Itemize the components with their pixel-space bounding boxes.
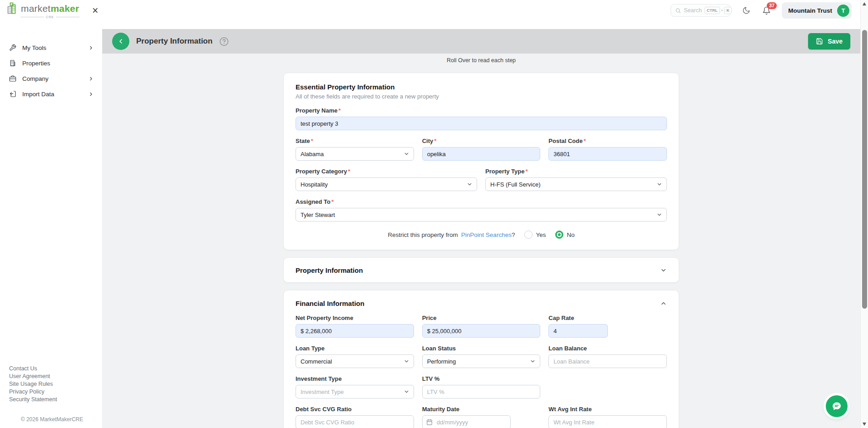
financial-information-accordion[interactable]: Financial Information bbox=[296, 300, 667, 307]
required-asterisk: * bbox=[311, 138, 313, 144]
state-select[interactable]: Alabama bbox=[296, 147, 414, 161]
property-type-group: Property Type* H-FS (Full Service) bbox=[485, 168, 667, 191]
loan-status-label: Loan Status bbox=[422, 345, 541, 352]
user-menu[interactable]: Mountain Trust T bbox=[782, 2, 852, 19]
save-button[interactable]: Save bbox=[808, 33, 850, 49]
net-property-income-label: Net Property Income bbox=[296, 315, 414, 321]
city-field[interactable] bbox=[422, 147, 541, 161]
state-group: State* Alabama bbox=[296, 138, 414, 161]
sidebar-close-icon[interactable]: × bbox=[92, 5, 98, 16]
chevron-down-icon bbox=[404, 359, 409, 364]
main-content: Property Information Save Roll Over to r… bbox=[102, 21, 860, 428]
debt-svc-cvg-ratio-field[interactable] bbox=[296, 415, 414, 428]
required-asterisk: * bbox=[338, 107, 340, 114]
restrict-no-option[interactable]: No bbox=[555, 231, 574, 239]
dark-mode-toggle[interactable] bbox=[742, 6, 750, 15]
scrollbar-up-arrow[interactable] bbox=[863, 2, 866, 5]
radio-unchecked-icon[interactable] bbox=[524, 231, 533, 239]
accordion-heading: Property Information bbox=[296, 266, 363, 274]
property-category-group: Property Category* Hospitality bbox=[296, 168, 477, 191]
price-field[interactable] bbox=[422, 324, 541, 338]
chat-bubble-icon bbox=[831, 401, 842, 412]
chat-widget-button[interactable] bbox=[826, 395, 848, 417]
import-icon bbox=[9, 90, 16, 98]
required-asterisk: * bbox=[348, 168, 350, 175]
assigned-to-label: Assigned To* bbox=[296, 198, 667, 205]
footer-link-site-usage-rules[interactable]: Site Usage Rules bbox=[9, 380, 102, 388]
required-asterisk: * bbox=[525, 168, 528, 175]
property-information-accordion[interactable]: Property Information bbox=[283, 257, 679, 283]
chevron-down-icon bbox=[656, 182, 662, 187]
loan-balance-field[interactable] bbox=[548, 354, 667, 368]
back-button[interactable] bbox=[112, 33, 129, 50]
restrict-suffix: ? bbox=[512, 231, 515, 238]
net-property-income-field[interactable] bbox=[296, 324, 414, 338]
essential-property-card: Essential Property Information All of th… bbox=[283, 73, 679, 250]
brand-logo[interactable]: marketmaker CRE bbox=[7, 2, 79, 19]
building-icon bbox=[9, 59, 16, 67]
maturity-date-group: Maturity Date bbox=[422, 406, 541, 428]
scrollbar-thumb[interactable] bbox=[862, 30, 867, 309]
ltv-field[interactable] bbox=[422, 385, 541, 398]
investment-type-group: Investment Type Investment Type bbox=[296, 375, 414, 398]
sidebar-item-import-data[interactable]: Import Data bbox=[0, 86, 102, 102]
buildings-logo-icon bbox=[7, 2, 19, 15]
assigned-to-select[interactable]: Tyler Stewart bbox=[296, 208, 667, 221]
price-group: Price bbox=[422, 315, 541, 338]
ltv-label: LTV % bbox=[422, 375, 541, 382]
search-shortcut: CTRL + K bbox=[705, 7, 732, 14]
property-name-field[interactable] bbox=[296, 117, 667, 130]
sidebar-item-company[interactable]: Company bbox=[0, 71, 102, 86]
postal-code-field[interactable] bbox=[548, 147, 667, 161]
net-property-income-group: Net Property Income bbox=[296, 315, 414, 338]
help-icon bbox=[219, 37, 229, 46]
rollover-hint: Roll Over to read each step bbox=[102, 57, 860, 64]
footer-link-contact-us[interactable]: Contact Us bbox=[9, 365, 102, 373]
search-input[interactable]: Search CTRL + K bbox=[671, 4, 730, 17]
brand-name: marketmaker bbox=[21, 3, 79, 14]
restrict-yes-option[interactable]: Yes bbox=[524, 231, 546, 239]
app-header: marketmaker CRE × Search CTRL + K bbox=[0, 0, 868, 29]
help-button[interactable] bbox=[219, 37, 229, 46]
vertical-scrollbar[interactable] bbox=[860, 0, 868, 428]
property-type-label: Property Type* bbox=[485, 168, 667, 175]
pinpoint-searches-link[interactable]: PinPoint Searches bbox=[461, 231, 512, 238]
cap-rate-field[interactable] bbox=[548, 324, 607, 338]
sidebar-item-label: Properties bbox=[22, 60, 50, 67]
loan-type-label: Loan Type bbox=[296, 345, 414, 352]
restrict-text: Restrict this property from bbox=[388, 231, 458, 238]
cap-rate-group: Cap Rate bbox=[548, 315, 667, 338]
footer-link-security-statement[interactable]: Security Statement bbox=[9, 396, 102, 403]
loan-type-select[interactable]: Commercial bbox=[296, 354, 414, 368]
maturity-date-field[interactable] bbox=[422, 415, 511, 428]
loan-type-group: Loan Type Commercial bbox=[296, 345, 414, 368]
scrollbar-down-arrow[interactable] bbox=[863, 423, 866, 426]
cap-rate-label: Cap Rate bbox=[548, 315, 667, 321]
ltv-group: LTV % bbox=[422, 375, 541, 398]
footer-link-privacy-policy[interactable]: Privacy Policy bbox=[9, 388, 102, 396]
property-category-select[interactable]: Hospitality bbox=[296, 177, 477, 191]
user-name: Mountain Trust bbox=[788, 7, 832, 14]
chevron-down-icon bbox=[404, 389, 409, 395]
briefcase-icon bbox=[9, 75, 16, 82]
radio-checked-icon[interactable] bbox=[555, 231, 563, 239]
sidebar-item-label: Import Data bbox=[22, 91, 54, 98]
property-category-label: Property Category* bbox=[296, 168, 477, 175]
sidebar-footer: Contact Us User Agreement Site Usage Rul… bbox=[0, 365, 102, 423]
wt-avg-int-rate-field[interactable] bbox=[548, 415, 667, 428]
sidebar: My Tools Properties Company Import Data … bbox=[0, 21, 102, 428]
sidebar-item-properties[interactable]: Properties bbox=[0, 55, 102, 71]
property-name-group: Property Name* bbox=[296, 107, 667, 130]
footer-link-user-agreement[interactable]: User Agreement bbox=[9, 373, 102, 380]
chevron-up-icon bbox=[660, 300, 667, 307]
postal-code-label: Postal Code* bbox=[548, 138, 667, 144]
sidebar-item-my-tools[interactable]: My Tools bbox=[0, 40, 102, 55]
investment-type-label: Investment Type bbox=[296, 375, 414, 382]
property-type-select[interactable]: H-FS (Full Service) bbox=[485, 177, 667, 191]
investment-type-select[interactable]: Investment Type bbox=[296, 385, 414, 398]
notifications-button[interactable]: 37 bbox=[762, 6, 771, 15]
loan-balance-label: Loan Balance bbox=[548, 345, 667, 352]
search-placeholder: Search bbox=[684, 7, 702, 14]
loan-status-select[interactable]: Performing bbox=[422, 354, 541, 368]
sidebar-item-label: My Tools bbox=[22, 44, 46, 51]
